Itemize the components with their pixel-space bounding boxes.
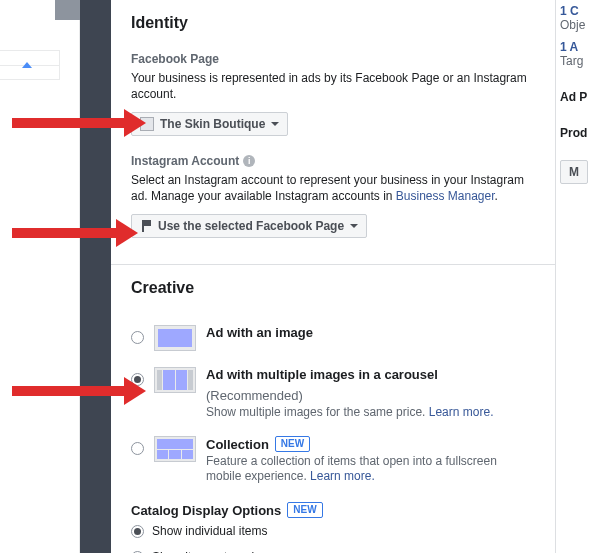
info-icon[interactable]: i xyxy=(243,155,255,167)
catalog-option[interactable]: Show individual items xyxy=(131,518,535,544)
left-gutter xyxy=(0,0,80,553)
collection-thumb-icon xyxy=(154,436,196,462)
business-manager-link[interactable]: Business Manager xyxy=(396,189,495,203)
mini-tab xyxy=(55,0,80,20)
instagram-dropdown[interactable]: Use the selected Facebook Page xyxy=(131,214,367,238)
page-icon xyxy=(140,117,154,131)
instagram-label: Instagram Account i xyxy=(131,154,535,168)
catalog-option[interactable]: Show item categories xyxy=(131,544,535,553)
catalog-option-label: Show individual items xyxy=(152,524,267,538)
chevron-down-icon xyxy=(350,224,358,228)
right-panel: 1 C Obje 1 A Targ Ad P Prod M xyxy=(556,0,600,553)
radio-button[interactable] xyxy=(131,373,144,386)
new-badge: NEW xyxy=(287,502,322,518)
identity-title: Identity xyxy=(131,14,535,32)
sort-up-icon[interactable] xyxy=(22,62,32,68)
flag-icon xyxy=(140,220,152,232)
creative-title: Creative xyxy=(131,279,535,297)
learn-more-link[interactable]: Learn more. xyxy=(429,405,494,419)
facebook-page-name: The Skin Boutique xyxy=(160,117,265,131)
creative-option-title: Ad with multiple images in a carousel(Re… xyxy=(206,367,535,403)
creative-option[interactable]: CollectionNEWFeature a collection of ite… xyxy=(131,428,535,492)
facebook-page-label: Facebook Page xyxy=(131,52,535,66)
creative-option-title: Ad with an image xyxy=(206,325,535,340)
chevron-down-icon xyxy=(271,122,279,126)
facebook-page-desc: Your business is represented in ads by i… xyxy=(131,70,535,102)
radio-button[interactable] xyxy=(131,331,144,344)
instagram-button-label: Use the selected Facebook Page xyxy=(158,219,344,233)
facebook-page-dropdown[interactable]: The Skin Boutique xyxy=(131,112,288,136)
new-badge: NEW xyxy=(275,436,310,452)
radio-button[interactable] xyxy=(131,525,144,538)
right-button[interactable]: M xyxy=(560,160,588,184)
instagram-desc: Select an Instagram account to represent… xyxy=(131,172,535,204)
divider xyxy=(111,264,555,265)
creative-option-title: CollectionNEW xyxy=(206,436,535,452)
creative-option[interactable]: Ad with multiple images in a carousel(Re… xyxy=(131,359,535,428)
nav-strip xyxy=(80,0,111,553)
creative-option[interactable]: Ad with an image xyxy=(131,317,535,359)
learn-more-link[interactable]: Learn more. xyxy=(310,469,375,483)
catalog-display-title: Catalog Display Options NEW xyxy=(131,502,535,518)
carousel-thumb-icon xyxy=(154,367,196,393)
creative-option-sub: Feature a collection of items that open … xyxy=(206,454,535,484)
creative-option-sub: Show multiple images for the same price.… xyxy=(206,405,535,420)
radio-button[interactable] xyxy=(131,442,144,455)
single-thumb-icon xyxy=(154,325,196,351)
